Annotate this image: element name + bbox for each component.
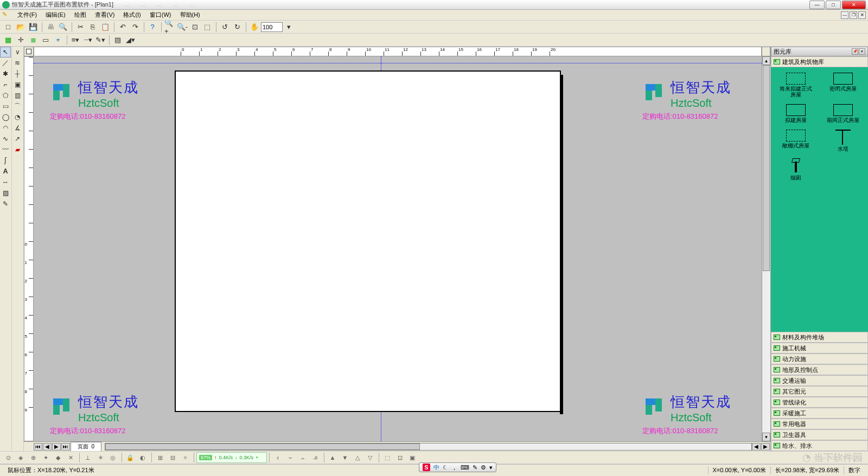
rect-tool-icon[interactable]: ▭: [0, 101, 11, 112]
category-item[interactable]: 动力设施: [771, 353, 868, 364]
curve-tool-icon[interactable]: ∿: [0, 133, 11, 144]
point-tool-icon[interactable]: ✱: [0, 68, 11, 79]
ime-handwrite-icon[interactable]: ✎: [473, 464, 477, 471]
paste-icon[interactable]: 📋: [99, 22, 111, 33]
same-size-icon[interactable]: ▣: [406, 452, 418, 463]
send-backward-icon[interactable]: ▽: [364, 452, 376, 463]
region-icon[interactable]: ◔: [12, 112, 23, 123]
leader-icon[interactable]: ↗: [12, 133, 23, 144]
line-tool-icon[interactable]: ／: [0, 57, 11, 68]
dist-h-icon[interactable]: ⬚: [381, 452, 393, 463]
category-item[interactable]: 给水、排水: [771, 440, 868, 451]
spline-tool-icon[interactable]: 〰: [0, 144, 11, 155]
copy-icon[interactable]: ⎘: [87, 22, 99, 33]
tab-first-icon[interactable]: ⏮: [34, 443, 42, 451]
align-center-icon[interactable]: ⫟: [284, 452, 296, 463]
library-item[interactable]: 水塔: [822, 127, 865, 154]
scroll-up-icon[interactable]: ▲: [762, 56, 770, 65]
align-top-icon[interactable]: ⫡: [309, 452, 321, 463]
library-item[interactable]: 拟建房屋: [774, 102, 818, 125]
vertical-scrollbar[interactable]: ▲ ▼: [762, 56, 770, 441]
tab-prev-icon[interactable]: ◀: [43, 443, 52, 451]
category-item[interactable]: 采暖施工: [771, 408, 868, 419]
library-item[interactable]: 将来拟建正式房屋: [774, 70, 818, 100]
library-item[interactable]: 烟囱: [774, 156, 818, 183]
arc-tool-icon[interactable]: ◠: [0, 123, 11, 133]
menu-help[interactable]: 帮助(H): [176, 10, 205, 20]
lock-icon[interactable]: 🔒: [124, 452, 136, 463]
scroll-left-icon[interactable]: ◀: [752, 443, 761, 451]
page-tab[interactable]: 页面 0: [71, 442, 101, 452]
pan-icon[interactable]: ✋: [248, 22, 260, 33]
category-item[interactable]: 卫生器具: [771, 429, 868, 440]
zoom-input[interactable]: [261, 22, 283, 32]
construction-icon[interactable]: ┼: [12, 68, 23, 79]
explode-icon[interactable]: ✧: [179, 452, 191, 463]
save-icon[interactable]: 💾: [27, 22, 39, 33]
fillpattern-icon[interactable]: ▨: [112, 35, 124, 46]
category-item[interactable]: 管线绿化: [771, 397, 868, 408]
help-icon[interactable]: ?: [146, 22, 158, 33]
menu-file[interactable]: 文件(F): [13, 10, 41, 20]
bezier-tool-icon[interactable]: ʃ: [0, 155, 11, 166]
category-item[interactable]: 材料及构件堆场: [771, 332, 868, 343]
snap-quad-icon[interactable]: ◆: [52, 452, 64, 463]
snap-icon[interactable]: ✛: [15, 35, 27, 46]
zoom-in-icon[interactable]: 🔍+: [164, 22, 176, 33]
fillcolor-icon[interactable]: ◢▾: [124, 35, 136, 46]
ime-keyboard-icon[interactable]: ⌨: [461, 464, 469, 471]
close-button[interactable]: ✕: [842, 1, 866, 9]
hatch2-icon[interactable]: ▥: [12, 90, 23, 101]
menu-draw[interactable]: 绘图: [70, 10, 91, 20]
scroll-down-icon[interactable]: ▼: [762, 433, 770, 441]
library-item[interactable]: 敞棚式房屋: [774, 127, 818, 154]
minimize-button[interactable]: —: [809, 1, 825, 9]
polar-icon[interactable]: ✳: [94, 452, 106, 463]
bring-front-icon[interactable]: ▲: [327, 452, 339, 463]
mdi-restore-button[interactable]: ❐: [850, 11, 857, 19]
align-right-icon[interactable]: ⫠: [297, 452, 309, 463]
zoom-window-icon[interactable]: ⬚: [201, 22, 213, 33]
menu-edit[interactable]: 编辑(E): [41, 10, 70, 20]
dim-angular-icon[interactable]: ∡: [12, 123, 23, 133]
snap-int-icon[interactable]: ✕: [65, 452, 76, 463]
zoom-dropdown-icon[interactable]: ▾: [283, 22, 295, 33]
panel-pin-icon[interactable]: 📌: [852, 48, 858, 55]
vertical-ruler[interactable]: [24, 56, 34, 441]
category-item[interactable]: 其它图元: [771, 386, 868, 397]
category-item[interactable]: 地形及控制点: [771, 364, 868, 375]
rotate-right-icon[interactable]: ↻: [231, 22, 243, 33]
snap-mid-icon[interactable]: ◈: [15, 452, 27, 463]
tab-last-icon[interactable]: ⏭: [61, 443, 70, 451]
layers-icon[interactable]: ≣: [27, 35, 39, 46]
menu-view[interactable]: 查看(V): [91, 10, 119, 20]
linestyle-icon[interactable]: ┈▾: [82, 35, 94, 46]
scroll-right-icon[interactable]: ▶: [761, 443, 770, 451]
dist-v-icon[interactable]: ⊡: [394, 452, 406, 463]
snap-end-icon[interactable]: ⊙: [2, 452, 14, 463]
horizontal-ruler[interactable]: [34, 47, 762, 56]
linecolor-icon[interactable]: ✎▾: [94, 35, 106, 46]
ellipse-tool-icon[interactable]: ◯: [0, 112, 11, 123]
category-item[interactable]: 施工机械: [771, 343, 868, 353]
multiline-icon[interactable]: ≋: [12, 57, 23, 68]
polygon-tool-icon[interactable]: ⬠: [0, 90, 11, 101]
new-icon[interactable]: □: [2, 22, 14, 33]
library-item[interactable]: 密闭式房屋: [822, 70, 865, 100]
snap-node-icon[interactable]: ✦: [40, 452, 52, 463]
horizontal-scrollbar[interactable]: [105, 443, 752, 451]
mdi-close-button[interactable]: ✕: [858, 11, 866, 19]
dimension-tool-icon[interactable]: ↔: [0, 177, 11, 188]
mdi-minimize-button[interactable]: —: [841, 11, 848, 19]
add-icon[interactable]: +: [52, 35, 64, 46]
paint-tool-icon[interactable]: ✎: [0, 198, 11, 209]
block-icon[interactable]: ▣: [12, 79, 23, 90]
polyline-tool-icon[interactable]: ⌐: [0, 79, 11, 90]
send-back-icon[interactable]: ▼: [339, 452, 351, 463]
library-item[interactable]: 期间正式房屋: [822, 102, 865, 125]
bring-forward-icon[interactable]: △: [352, 452, 363, 463]
fill-icon[interactable]: ▰: [12, 144, 23, 155]
ime-lang[interactable]: 中: [433, 464, 439, 472]
align-left-icon[interactable]: ⫞: [272, 452, 284, 463]
redo-icon[interactable]: ↷: [129, 22, 141, 33]
